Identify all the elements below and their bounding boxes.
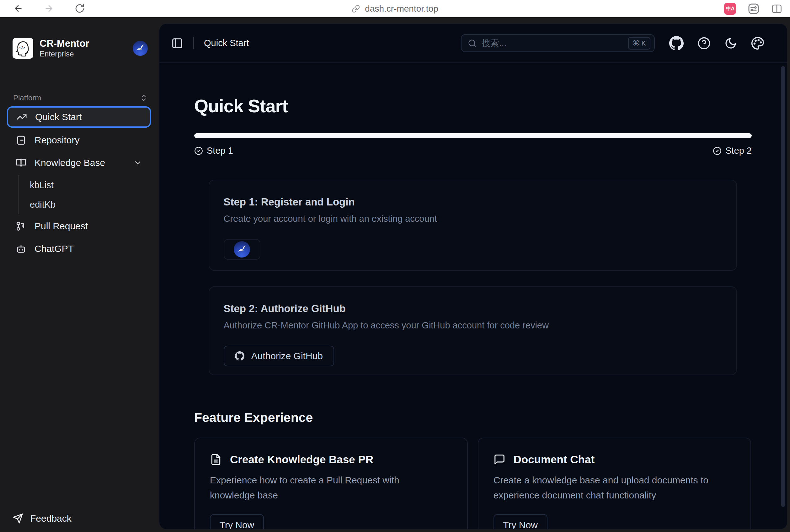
knowledge-base-submenu: kbList editKb (18, 175, 151, 214)
search-shortcut-badge: ⌘ K (628, 37, 651, 50)
page-content: Quick Start Step 1 St (159, 63, 787, 529)
app-window: </> CR-Mentor Enterprise Platform (0, 17, 790, 532)
sidebar-item-knowledge-base[interactable]: Knowledge Base (7, 153, 151, 173)
git-pull-request-icon (16, 221, 26, 231)
circle-check-icon (713, 147, 721, 155)
authorize-github-label: Authorize GitHub (251, 351, 323, 361)
brand-name: CR-Mentor (39, 38, 89, 49)
link-icon (352, 5, 360, 13)
browser-back-icon[interactable] (13, 3, 23, 14)
sidebar-item-label: Pull Request (35, 221, 88, 231)
message-square-icon (493, 454, 505, 466)
step-2-label: Step 2 (713, 146, 752, 156)
theme-palette-icon[interactable] (751, 36, 765, 50)
bot-icon (16, 243, 26, 254)
progress-steps: Step 1 Step 2 (194, 146, 752, 156)
sidebar-item-chatgpt[interactable]: ChatGPT (7, 239, 151, 259)
feature-card-document-chat: Document Chat Create a knowledge base an… (478, 438, 751, 530)
step-label-text: Step 2 (726, 146, 752, 156)
panel-header: Quick Start ⌘ K (159, 24, 787, 63)
feature-cards: Create Knowledge Base PR Experience how … (194, 438, 751, 530)
step-2-card: Step 2: Authorize GitHub Authorize CR-Me… (209, 286, 737, 375)
scrollbar-thumb[interactable] (781, 66, 785, 507)
split-view-icon[interactable] (771, 3, 783, 15)
page-title: Quick Start (194, 95, 751, 116)
journal-icon (16, 135, 26, 146)
github-icon (235, 351, 244, 361)
sidebar-item-label: Knowledge Base (35, 157, 105, 168)
step-label-text: Step 1 (207, 146, 233, 156)
progress-bar (194, 133, 752, 138)
section-label: Platform (13, 94, 41, 102)
trending-up-icon (16, 112, 27, 122)
circle-check-icon (194, 147, 203, 155)
try-now-button[interactable]: Try Now (493, 514, 547, 530)
dark-mode-moon-icon[interactable] (725, 37, 737, 50)
browser-reload-icon[interactable] (75, 3, 85, 14)
chevron-down-icon (133, 158, 142, 167)
browser-forward-icon[interactable] (44, 3, 54, 14)
step-1-label: Step 1 (194, 146, 233, 156)
sidebar-item-quick-start[interactable]: Quick Start (7, 106, 151, 128)
sidebar-item-editkb[interactable]: editKb (30, 195, 151, 214)
sidebar-item-label: Repository (35, 135, 79, 146)
brand-plan: Enterprise (39, 49, 89, 59)
browser-chrome: dash.cr-mentor.top 中A (0, 0, 790, 17)
user-avatar[interactable] (133, 41, 148, 56)
progress-fill (194, 133, 752, 138)
address-bar[interactable]: dash.cr-mentor.top (352, 0, 438, 17)
search-icon (468, 39, 476, 48)
search-box[interactable]: ⌘ K (461, 34, 655, 52)
sidebar-item-pull-request[interactable]: Pull Request (7, 216, 151, 236)
sidebar-item-label: editKb (30, 200, 56, 210)
sidebar-item-label: ChatGPT (35, 243, 74, 254)
cr-mentor-logo[interactable]: </> (13, 38, 33, 59)
github-icon[interactable] (669, 36, 684, 51)
extensions-settings-icon[interactable] (747, 2, 760, 15)
sidebar-item-label: Quick Start (35, 112, 81, 122)
svg-text:</>: </> (19, 45, 25, 50)
step-card-description: Authorize CR-Mentor GitHub App to access… (224, 320, 722, 330)
sidebar-toggle-icon[interactable] (171, 37, 183, 49)
step-card-title: Step 1: Register and Login (224, 196, 722, 208)
authorize-github-button[interactable]: Authorize GitHub (224, 346, 334, 366)
main-panel: Quick Start ⌘ K (159, 23, 788, 530)
file-text-icon (210, 454, 222, 466)
sidebar: </> CR-Mentor Enterprise Platform (0, 17, 159, 532)
sidebar-item-label: kbList (30, 180, 54, 190)
sidebar-section-platform[interactable]: Platform (13, 94, 148, 102)
user-avatar (234, 241, 250, 258)
step-1-card: Step 1: Register and Login Create your a… (209, 180, 737, 271)
feature-card-description: Experience how to create a Pull Request … (210, 473, 430, 503)
account-avatar-button[interactable] (224, 239, 260, 260)
sidebar-item-repository[interactable]: Repository (7, 130, 151, 150)
feedback-label: Feedback (30, 513, 72, 524)
sidebar-nav: Quick Start Repository Knowledge Base (7, 106, 151, 261)
step-card-description: Create your account or login with an exi… (224, 214, 722, 224)
step-card-title: Step 2: Authorize GitHub (224, 303, 722, 315)
screen: dash.cr-mentor.top 中A </> (0, 0, 790, 532)
feature-card-title: Document Chat (513, 453, 595, 466)
send-icon (13, 513, 23, 524)
header-divider (193, 37, 194, 49)
book-open-icon (16, 157, 26, 168)
help-icon[interactable] (697, 37, 711, 50)
feature-card-knowledge-base-pr: Create Knowledge Base PR Experience how … (194, 438, 468, 530)
chevrons-up-down-icon (139, 94, 148, 102)
feedback-button[interactable]: Feedback (13, 513, 72, 524)
try-now-button[interactable]: Try Now (210, 514, 264, 530)
url-text: dash.cr-mentor.top (365, 4, 438, 14)
feature-card-description: Create a knowledge base and upload docum… (493, 473, 713, 503)
feature-card-title: Create Knowledge Base PR (230, 453, 373, 466)
sidebar-item-kblist[interactable]: kbList (30, 175, 151, 195)
search-input[interactable] (482, 38, 628, 48)
feature-section-title: Feature Experience (194, 410, 751, 425)
translate-extension-icon[interactable]: 中A (724, 3, 736, 15)
breadcrumb: Quick Start (204, 38, 249, 48)
